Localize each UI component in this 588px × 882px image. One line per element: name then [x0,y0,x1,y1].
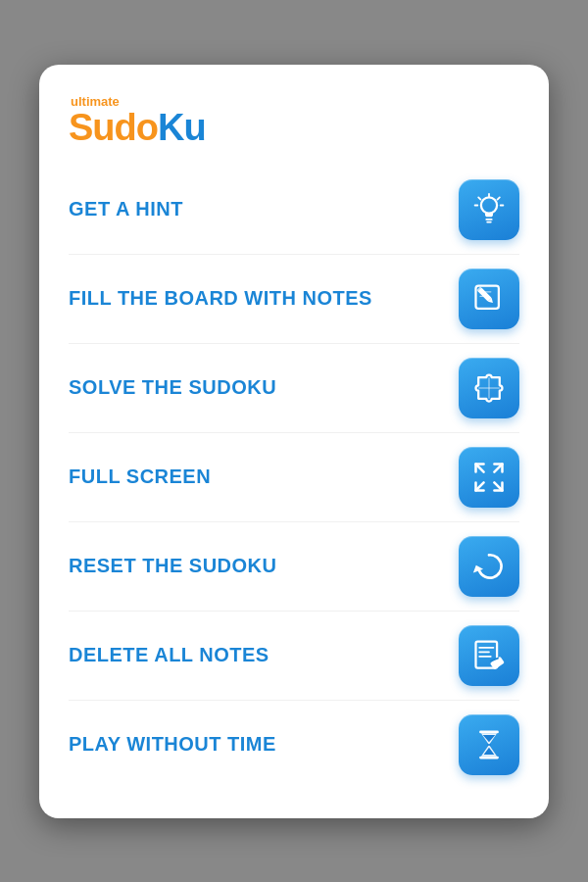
svg-rect-27 [479,730,499,733]
delete-notes-icon [471,638,507,673]
menu-item-delete-notes[interactable]: DELETE ALL NOTES [69,612,519,701]
menu-label-hint: GET A HINT [69,198,183,220]
menu-item-fill-notes[interactable]: FILL THE BOARD WITH NOTES [69,255,519,344]
menu-label-reset: RESET THE SUDOKU [69,555,276,577]
menu-label-no-time: PLAY WITHOUT TIME [69,733,276,756]
menu-item-hint[interactable]: GET A HINT [69,166,519,255]
reset-icon-button[interactable] [459,536,519,597]
fullscreen-icon [471,460,507,495]
menu-modal: ultimate SudoKu GET A HINT [39,65,549,818]
menu-label-solve: SOLVE THE SUDOKU [69,376,276,399]
menu-item-reset[interactable]: RESET THE SUDOKU [69,522,519,612]
puzzle-icon [471,370,507,406]
lightbulb-icon [471,192,507,227]
fill-notes-icon-button[interactable] [459,269,519,329]
hint-icon-button[interactable] [459,179,519,240]
fullscreen-icon-button[interactable] [459,447,519,508]
svg-line-5 [498,197,500,199]
delete-notes-icon-button[interactable] [459,625,519,686]
svg-point-0 [481,197,497,213]
menu-label-fill-notes: FILL THE BOARD WITH NOTES [69,287,372,310]
menu-label-fullscreen: FULL SCREEN [69,466,211,488]
solve-icon-button[interactable] [459,358,519,418]
svg-marker-20 [471,563,483,572]
no-time-icon-button[interactable] [459,714,519,775]
menu-list: GET A HINT FILL THE BOARD [69,166,519,789]
logo-do: do [115,107,158,148]
notes-icon [471,281,507,317]
menu-item-fullscreen[interactable]: FULL SCREEN [69,433,519,522]
menu-item-solve[interactable]: SOLVE THE SUDOKU [69,344,519,433]
menu-item-no-time[interactable]: PLAY WITHOUT TIME [69,701,519,789]
hourglass-icon [471,727,507,762]
svg-rect-28 [479,756,499,759]
refresh-icon [471,549,507,584]
logo-su: Su [69,107,115,148]
svg-line-4 [478,197,480,199]
logo: ultimate SudoKu [69,94,519,146]
logo-ku: Ku [158,107,206,148]
menu-label-delete-notes: DELETE ALL NOTES [69,644,270,666]
